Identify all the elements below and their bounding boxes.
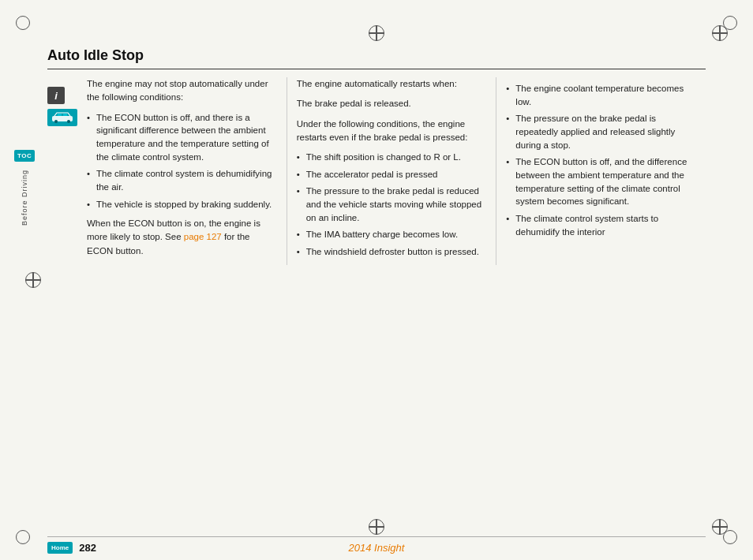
col3-bullet-3: The ECON button is off, and the differen… [506,155,696,208]
footer-title: 2014 Insight [349,542,405,554]
svg-rect-3 [58,114,62,116]
col2-bullet-5: The windshield defroster button is press… [297,245,487,259]
svg-point-1 [54,120,58,123]
left-sidebar: TOC Before Driving [14,150,35,226]
col3-bullet-4: The climate control system starts to deh… [506,212,696,238]
col2: The engine automatically restarts when: … [287,77,497,265]
svg-rect-4 [63,114,67,116]
title-section: Auto Idle Stop [47,47,706,69]
corner-mark-bl [16,525,35,544]
col2-bullet-list: The shift position is changed to R or L.… [297,151,487,259]
col2-bullet-4: The IMA battery charge becomes low. [297,228,487,241]
col1-bullet-3: The vehicle is stopped by braking sudden… [87,198,277,211]
corner-mark-tl [16,16,35,35]
page-content: Auto Idle Stop TOC Before Driving i The … [47,47,706,517]
col2-conditions-intro: Under the following conditions, the engi… [297,118,487,145]
home-badge[interactable]: Home [47,542,73,554]
svg-point-2 [67,120,70,123]
crosshair-left [25,272,41,288]
crosshair-right-top [712,25,728,41]
col3-bullet-1: The engine coolant temperature becomes l… [506,82,696,108]
page-number: 282 [79,542,96,554]
toc-badge[interactable]: TOC [14,150,35,162]
page-title: Auto Idle Stop [47,47,144,63]
col2-bullet-2: The accelerator pedal is pressed [297,168,487,181]
sidebar-section-label: Before Driving [21,170,28,226]
col1-bullet-list: The ECON button is off, and there is a s… [87,111,277,211]
col2-bullet-1: The shift position is changed to R or L. [297,151,487,164]
crosshair-bottom [369,519,384,535]
col1: The engine may not stop automatically un… [87,77,287,265]
col1-bullet-2: The climate control system is dehumidify… [87,167,277,193]
icons-column: i [47,87,77,126]
col1-bullet-1: The ECON button is off, and there is a s… [87,111,277,164]
content-area: The engine may not stop automatically un… [47,77,706,265]
col2-intro: The engine automatically restarts when: [297,77,487,91]
col1-outro: When the ECON button is on, the engine i… [87,217,277,258]
col3-bullet-list: The engine coolant temperature becomes l… [506,82,696,238]
col3: The engine coolant temperature becomes l… [496,77,706,265]
car-icon [47,109,77,126]
crosshair-right-bottom [712,519,728,535]
col2-bullet-3: The pressure to the brake pedal is reduc… [297,185,487,224]
col1-intro: The engine may not stop automatically un… [87,77,277,105]
info-icon: i [47,87,65,104]
page127-link[interactable]: page 127 [184,232,222,241]
col2-brake-text: The brake pedal is released. [297,97,487,110]
footer: Home 282 2014 Insight [47,536,706,554]
col3-bullet-2: The pressure on the brake pedal is repea… [506,112,696,151]
crosshair-top [369,25,384,41]
